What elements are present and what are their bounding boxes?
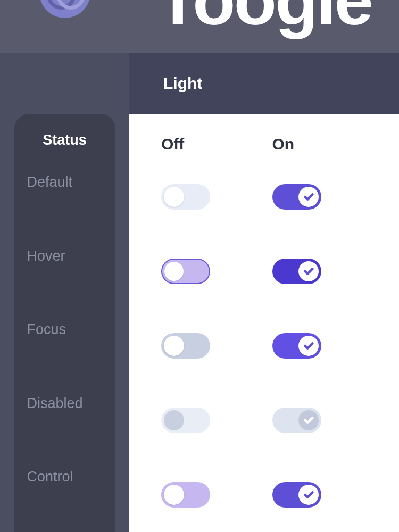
hero-title: Toogle <box>156 0 372 7</box>
toggle-off-focus[interactable] <box>161 333 210 359</box>
logo-strip <box>0 0 129 53</box>
theme-label: Light <box>163 74 202 93</box>
toggle-grid: Off On <box>129 114 399 532</box>
column-headers: Off On <box>161 135 383 153</box>
logo-icon <box>39 0 90 18</box>
sidebar: Status Default Hover Focus Disabled Cont… <box>0 0 129 532</box>
toggle-rows <box>161 160 383 532</box>
hero: Toogle <box>129 0 399 53</box>
column-header-off: Off <box>161 135 272 153</box>
toggle-on-focus[interactable] <box>272 333 321 359</box>
check-icon <box>303 191 314 203</box>
toggle-row-disabled <box>161 408 383 433</box>
check-icon <box>303 489 314 501</box>
status-row-disabled: Disabled <box>14 386 115 421</box>
toggle-on-hover[interactable] <box>272 259 321 284</box>
status-row-default: Default <box>14 164 115 200</box>
status-row-focus: Focus <box>14 312 115 347</box>
main: Toogle Light Off On <box>129 0 399 532</box>
check-icon <box>303 340 314 352</box>
toggle-row-focus <box>161 333 383 359</box>
toggle-row-default <box>161 184 383 210</box>
toggle-off-control[interactable] <box>161 482 210 508</box>
status-row-control: Control <box>14 459 115 495</box>
status-row-hover: Hover <box>14 238 115 274</box>
toggle-off-disabled <box>161 408 210 433</box>
status-list: Default Hover Focus Disabled Control <box>14 164 115 511</box>
toggle-off-hover[interactable] <box>161 259 210 284</box>
check-icon <box>303 414 314 426</box>
toggle-on-control[interactable] <box>272 482 321 508</box>
toggle-on-disabled <box>272 408 321 433</box>
toggle-row-hover <box>161 259 383 284</box>
status-card: Status Default Hover Focus Disabled Cont… <box>14 114 115 532</box>
column-header-on: On <box>272 135 384 153</box>
toggle-row-control <box>161 482 383 508</box>
status-title: Status <box>14 132 115 148</box>
theme-bar: Light <box>129 53 399 114</box>
toggle-on-default[interactable] <box>272 184 321 210</box>
toggle-off-default[interactable] <box>161 184 210 210</box>
check-icon <box>303 265 314 277</box>
